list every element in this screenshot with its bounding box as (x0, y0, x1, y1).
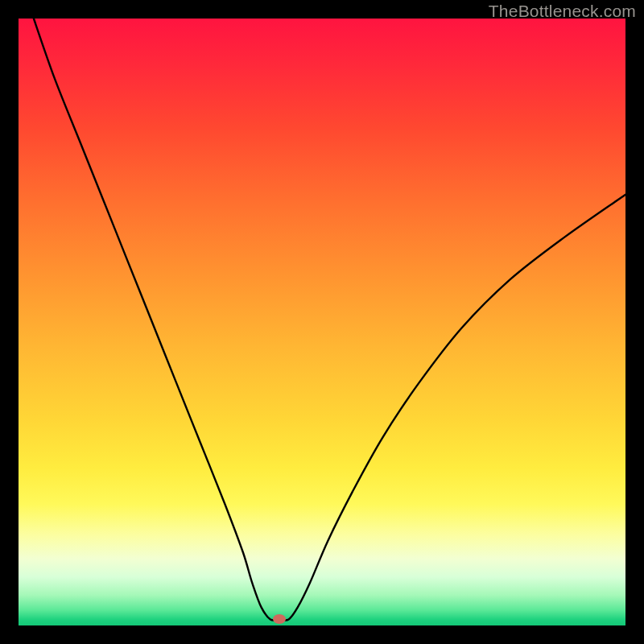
minimum-marker (273, 614, 286, 624)
watermark-text: TheBottleneck.com (489, 2, 636, 21)
outer-frame: TheBottleneck.com (0, 0, 644, 644)
bottleneck-curve (19, 19, 625, 625)
